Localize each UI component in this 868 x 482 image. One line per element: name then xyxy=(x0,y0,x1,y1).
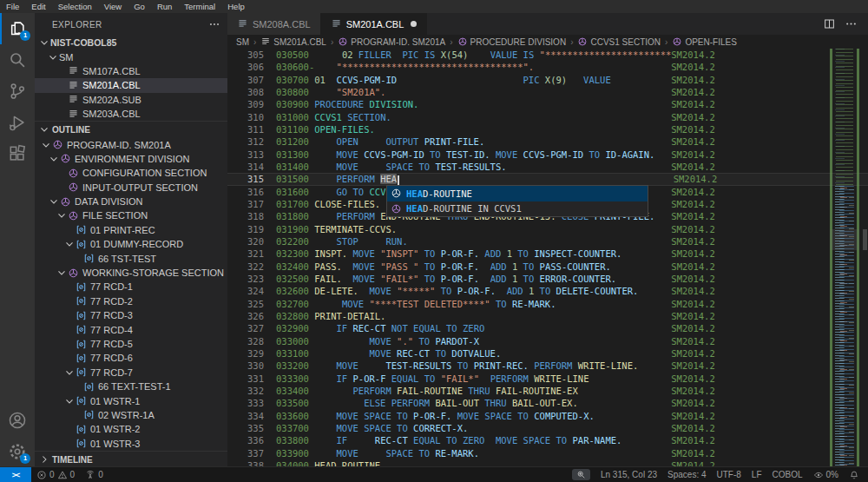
outline-item-77-rcd-3[interactable]: 77 RCD-3 xyxy=(35,308,227,322)
code-line-306[interactable]: 306030600- "****************************… xyxy=(227,61,868,73)
code-line-327[interactable]: 327032900 IF REC-CT NOT EQUAL TO ZERO SM… xyxy=(227,322,868,334)
outline-item-77-rcd-4[interactable]: 77 RCD-4 xyxy=(35,322,227,336)
menu-help[interactable]: Help xyxy=(221,0,251,13)
split-editor-icon[interactable] xyxy=(823,17,836,30)
code-editor[interactable]: 305030500 02 FILLER PIC IS X(54) VALUE I… xyxy=(227,49,868,467)
file-tree-item-sm203a.cbl[interactable]: SM203A.CBL xyxy=(35,107,227,121)
code-line-311[interactable]: 311031100 OPEN-FILES. SM2014.2 xyxy=(227,123,868,135)
code-line-323[interactable]: 323032500 FAIL. MOVE "FAIL*" TO P-OR-F. … xyxy=(227,273,868,285)
ports-status[interactable]: 0 xyxy=(80,467,108,482)
outline-item-01-print-rec[interactable]: 01 PRINT-REC xyxy=(35,223,227,237)
code-line-328[interactable]: 328033000 MOVE "." TO PARDOT-X SM2014.2 xyxy=(227,335,868,347)
code-line-310[interactable]: 310031000 CCVS1 SECTION. SM2014.2 xyxy=(227,111,868,123)
timeline-section-header[interactable]: TIMELINE xyxy=(35,451,227,467)
outline-item-data-division[interactable]: DATA DIVISION xyxy=(35,195,227,208)
code-line-312[interactable]: 312031200 OPEN OUTPUT PRINT-FILE. SM2014… xyxy=(227,135,868,148)
outline-item-77-rcd-7[interactable]: 77 RCD-7 xyxy=(35,366,227,380)
outline-item-configuration-section[interactable]: CONFIGURATION SECTION xyxy=(35,166,227,180)
outline-item-77-rcd-6[interactable]: 77 RCD-6 xyxy=(35,351,227,365)
explorer-more-actions-icon[interactable] xyxy=(208,18,220,30)
activity-extensions[interactable] xyxy=(0,138,35,169)
menu-go[interactable]: Go xyxy=(128,0,151,13)
outline-section-header[interactable]: OUTLINE xyxy=(35,121,227,137)
suggest-item-head-routine-in-ccvs1[interactable]: HEAD-ROUTINE IN CCVS1 xyxy=(387,201,648,217)
code-line-335[interactable]: 335033700 MOVE SPACE TO CORRECT-X. SM201… xyxy=(227,422,868,434)
outline-item-77-rcd-5[interactable]: 77 RCD-5 xyxy=(35,337,227,351)
code-line-314[interactable]: 314031400 MOVE SPACE TO TEST-RESULTS. SM… xyxy=(227,161,868,173)
menu-selection[interactable]: Selection xyxy=(52,0,98,13)
indentation-status[interactable]: Spaces: 4 xyxy=(662,467,711,482)
notifications[interactable] xyxy=(844,467,865,482)
menu-file[interactable]: File xyxy=(0,0,25,13)
code-line-334[interactable]: 334033600 MOVE SPACE TO P-OR-F. MOVE SPA… xyxy=(227,410,868,422)
code-line-330[interactable]: 330033200 MOVE TEST-RESULTS TO PRINT-REC… xyxy=(227,360,868,372)
coverage-status[interactable]: 0% xyxy=(808,467,844,482)
code-line-315[interactable]: 315031500 PERFORM HEA SM2014.2 xyxy=(227,173,868,185)
code-line-305[interactable]: 305030500 02 FILLER PIC IS X(54) VALUE I… xyxy=(227,49,868,61)
code-line-329[interactable]: 329033100 MOVE REC-CT TO DOTVALUE. SM201… xyxy=(227,347,868,360)
code-line-320[interactable]: 320032200 STOP RUN. SM2014.2 xyxy=(227,235,868,248)
tab-sm208a.cbl[interactable]: SM208A.CBL xyxy=(227,13,321,35)
menu-view[interactable]: View xyxy=(98,0,128,13)
file-tree-item-sm107a.cbl[interactable]: SM107A.CBL xyxy=(35,64,227,78)
code-line-307[interactable]: 307030700 01 CCVS-PGM-ID PIC X(9) VALUE … xyxy=(227,74,868,86)
code-line-336[interactable]: 336033800 IF REC-CT EQUAL TO ZERO MOVE S… xyxy=(227,434,868,446)
activity-explorer[interactable]: 1 xyxy=(0,13,35,44)
code-line-321[interactable]: 321032300 INSPT. MOVE "INSPT" TO P-OR-F.… xyxy=(227,248,868,260)
breadcrumb-item-sm201a-cbl[interactable]: SM201A.CBL xyxy=(260,36,326,47)
folder-nist-cobol85[interactable]: NIST-COBOL85 xyxy=(35,36,227,50)
language-mode[interactable]: COBOL xyxy=(767,467,808,482)
outline-item-02-wstr-1a[interactable]: 02 WSTR-1A xyxy=(35,408,227,422)
outline-item-working-storage-section[interactable]: WORKING-STORAGE SECTION xyxy=(35,266,227,280)
encoding-status[interactable]: UTF-8 xyxy=(712,467,746,482)
minimap[interactable] xyxy=(830,49,859,467)
outline-item-01-dummy-record[interactable]: 01 DUMMY-RECORD xyxy=(35,237,227,251)
outline-item-66-tst-test[interactable]: 66 TST-TEST xyxy=(35,251,227,265)
outline-item-66-text-test-1[interactable]: 66 TEXT-TEST-1 xyxy=(35,380,227,393)
activity-source-control[interactable] xyxy=(0,76,35,107)
minimap-slider[interactable] xyxy=(830,229,859,250)
cursor-position[interactable]: Ln 315, Col 23 xyxy=(595,467,662,482)
file-tree-item-sm202a.sub[interactable]: SM202A.SUB xyxy=(35,93,227,107)
tab-sm201a.cbl[interactable]: SM201A.CBL xyxy=(321,13,428,35)
outline-item-environment-division[interactable]: ENVIRONMENT DIVISION xyxy=(35,152,227,166)
breadcrumb-item-procedure-division[interactable]: PROCEDURE DIVISION xyxy=(457,36,567,47)
activity-account[interactable] xyxy=(0,405,35,436)
scrollbar-thumb[interactable] xyxy=(863,229,867,250)
code-line-319[interactable]: 319031900 TERMINATE-CCVS. SM2014.2 xyxy=(227,223,868,235)
breadcrumb-item-program-id-sm201a[interactable]: PROGRAM-ID. SM201A xyxy=(338,36,445,47)
activity-run-debug[interactable] xyxy=(0,107,35,138)
code-line-322[interactable]: 322032400 PASS. MOVE "PASS " TO P-OR-F. … xyxy=(227,261,868,273)
outline-item-77-rcd-1[interactable]: 77 RCD-1 xyxy=(35,280,227,294)
code-line-331[interactable]: 331033300 IF P-OR-F EQUAL TO "FAIL*" PER… xyxy=(227,373,868,385)
code-line-326[interactable]: 326032800 PRINT-DETAIL. SM2014.2 xyxy=(227,310,868,322)
outline-item-01-wstr-3[interactable]: 01 WSTR-3 xyxy=(35,437,227,451)
outline-item-77-rcd-2[interactable]: 77 RCD-2 xyxy=(35,294,227,308)
breadcrumb-item-sm[interactable]: SM xyxy=(236,37,249,47)
eol-status[interactable]: LF xyxy=(746,467,767,482)
outline-item-01-wstr-2[interactable]: 01 WSTR-2 xyxy=(35,422,227,436)
breadcrumb-item-ccvs1-section[interactable]: CCVS1 SECTION xyxy=(577,36,661,47)
code-line-333[interactable]: 333033500 ELSE PERFORM BAIL-OUT THRU BAI… xyxy=(227,397,868,409)
breadcrumb-item-open-files[interactable]: OPEN-FILES xyxy=(672,36,736,47)
remote-indicator[interactable]: >< xyxy=(0,467,31,482)
outline-item-program-id-sm201a[interactable]: PROGRAM-ID. SM201A xyxy=(35,137,227,151)
code-line-332[interactable]: 332033400 PERFORM FAIL-ROUTINE THRU FAIL… xyxy=(227,385,868,397)
folder-sm[interactable]: SM xyxy=(35,50,227,63)
code-line-308[interactable]: 308030800 "SM201A". SM2014.2 xyxy=(227,86,868,98)
activity-search[interactable] xyxy=(0,44,35,76)
code-line-313[interactable]: 313031300 MOVE CCVS-PGM-ID TO TEST-ID. M… xyxy=(227,149,868,161)
menu-edit[interactable]: Edit xyxy=(25,0,51,13)
code-line-337[interactable]: 337033900 MOVE SPACE TO RE-MARK. SM2014.… xyxy=(227,447,868,459)
more-actions-icon[interactable] xyxy=(845,17,858,30)
code-line-309[interactable]: 309030900 PROCEDURE DIVISION. SM2014.2 xyxy=(227,98,868,110)
menu-terminal[interactable]: Terminal xyxy=(178,0,221,13)
code-line-325[interactable]: 325032700 MOVE "****TEST DELETED****" TO… xyxy=(227,298,868,310)
activity-settings[interactable]: 1 xyxy=(0,436,35,467)
problems-status[interactable]: 0 0 xyxy=(31,467,80,482)
code-line-324[interactable]: 324032600 DE-LETE. MOVE "*****" TO P-OR-… xyxy=(227,285,868,297)
zoom-indicator[interactable] xyxy=(572,469,590,480)
file-tree-item-sm201a.cbl[interactable]: SM201A.CBL xyxy=(35,78,227,92)
outline-item-file-section[interactable]: FILE SECTION xyxy=(35,208,227,222)
suggest-item-head-routine[interactable]: HEAD-ROUTINE xyxy=(387,186,648,201)
